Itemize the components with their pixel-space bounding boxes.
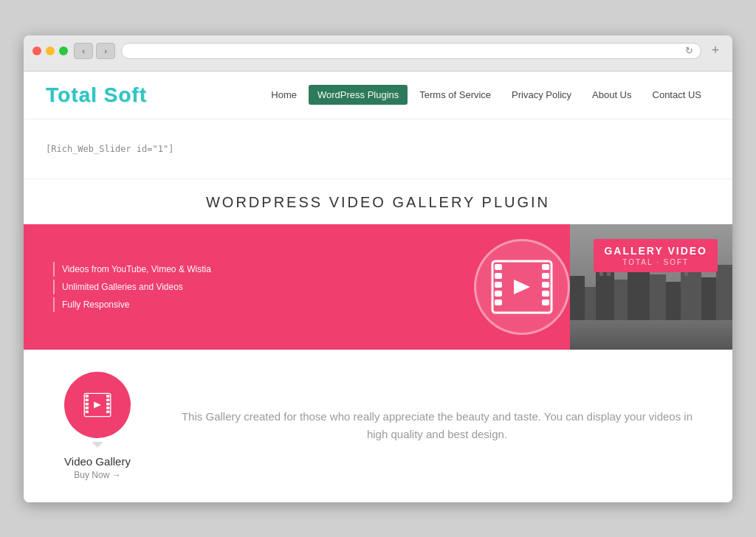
new-tab-button[interactable]: +	[707, 43, 724, 59]
feature-icon-area: Video Gallery Buy Now →	[53, 372, 142, 480]
shortcode-text: [Rich_Web_Slider id="1"]	[46, 144, 173, 154]
nav-terms-of-service[interactable]: Terms of Service	[410, 85, 500, 105]
svg-rect-20	[666, 282, 681, 320]
film-strip-icon	[481, 254, 563, 320]
browser-chrome: ‹ › ↻ +	[24, 35, 732, 72]
back-button[interactable]: ‹	[74, 43, 93, 59]
traffic-lights	[32, 46, 68, 55]
hero-feature-2: Unlimited Galleries and Videos	[53, 280, 452, 294]
nav-privacy-policy[interactable]: Privacy Policy	[503, 85, 580, 105]
svg-rect-31	[86, 398, 89, 401]
reload-button[interactable]: ↻	[679, 45, 693, 56]
svg-rect-34	[86, 410, 89, 413]
svg-rect-39	[106, 410, 109, 413]
minimize-button[interactable]	[46, 46, 55, 55]
svg-rect-3	[495, 282, 502, 288]
svg-rect-30	[86, 395, 89, 398]
gallery-badge-sub: TOTAL · SOFT	[604, 258, 707, 266]
svg-rect-14	[570, 276, 585, 320]
close-button[interactable]	[32, 46, 41, 55]
feature-section: Video Gallery Buy Now → This Gallery cre…	[24, 350, 732, 502]
svg-rect-32	[86, 402, 89, 405]
address-bar[interactable]: ↻	[121, 43, 701, 59]
svg-rect-28	[684, 272, 688, 276]
svg-rect-23	[716, 265, 732, 320]
video-gallery-icon	[79, 390, 116, 420]
svg-rect-17	[614, 280, 628, 320]
feature-icon-circle	[64, 372, 131, 438]
nav-contact-us[interactable]: Contact US	[644, 85, 710, 105]
hero-left: Videos from YouTube, Vimeo & Wistia Unli…	[24, 237, 474, 337]
svg-rect-24	[599, 272, 603, 276]
browser-window: ‹ › ↻ + Total Soft Home WordPress Plugin…	[24, 35, 732, 502]
hero-feature-1: Videos from YouTube, Vimeo & Wistia	[53, 262, 452, 277]
shortcode-area: [Rich_Web_Slider id="1"]	[24, 119, 732, 179]
site-nav: Home WordPress Plugins Terms of Service …	[262, 85, 710, 105]
svg-rect-35	[106, 395, 109, 398]
maximize-button[interactable]	[59, 46, 68, 55]
svg-rect-19	[650, 274, 666, 320]
forward-button[interactable]: ›	[96, 43, 115, 59]
nav-about-us[interactable]: About Us	[583, 85, 640, 105]
page-content: Total Soft Home WordPress Plugins Terms …	[24, 72, 732, 502]
svg-rect-10	[542, 299, 549, 305]
svg-rect-16	[596, 268, 614, 320]
svg-rect-6	[542, 264, 549, 270]
svg-rect-25	[607, 272, 611, 276]
site-header: Total Soft Home WordPress Plugins Terms …	[24, 72, 732, 119]
gallery-badge-title: GALLERY VIDEO	[604, 245, 707, 257]
nav-wordpress-plugins[interactable]: WordPress Plugins	[309, 85, 408, 105]
feature-description: This Gallery created for those who reall…	[171, 408, 703, 443]
film-circle	[474, 239, 570, 335]
hero-right-image: GALLERY VIDEO TOTAL · SOFT	[570, 224, 732, 350]
svg-rect-9	[542, 291, 549, 297]
site-logo: Total Soft	[46, 83, 147, 107]
svg-rect-22	[701, 277, 716, 320]
svg-marker-11	[514, 280, 530, 294]
svg-rect-4	[495, 291, 502, 297]
buy-now-link[interactable]: Buy Now →	[64, 470, 131, 480]
svg-rect-1	[495, 264, 502, 270]
svg-rect-5	[495, 299, 502, 305]
feature-label: Video Gallery Buy Now →	[64, 455, 131, 480]
nav-home[interactable]: Home	[262, 85, 306, 105]
hero-feature-3: Fully Responsive	[53, 297, 452, 312]
icon-arrow	[92, 442, 103, 448]
feature-name: Video Gallery	[64, 455, 131, 468]
svg-rect-15	[585, 287, 596, 320]
hero-right: GALLERY VIDEO TOTAL · SOFT	[570, 224, 732, 350]
hero-center	[474, 239, 570, 335]
svg-rect-36	[106, 398, 109, 401]
section-title: WORDPRESS VIDEO GALLERY PLUGIN	[24, 194, 732, 211]
hero-feature-list: Videos from YouTube, Vimeo & Wistia Unli…	[53, 262, 452, 312]
svg-rect-8	[542, 282, 549, 288]
hero-banner: Videos from YouTube, Vimeo & Wistia Unli…	[24, 224, 732, 350]
gallery-badge: GALLERY VIDEO TOTAL · SOFT	[594, 239, 718, 272]
section-title-area: WORDPRESS VIDEO GALLERY PLUGIN	[24, 179, 732, 224]
svg-rect-21	[681, 268, 701, 320]
svg-rect-33	[86, 406, 89, 409]
svg-marker-40	[94, 401, 101, 408]
svg-rect-2	[495, 273, 502, 279]
svg-rect-38	[106, 406, 109, 409]
svg-rect-37	[106, 402, 109, 405]
svg-rect-7	[542, 273, 549, 279]
